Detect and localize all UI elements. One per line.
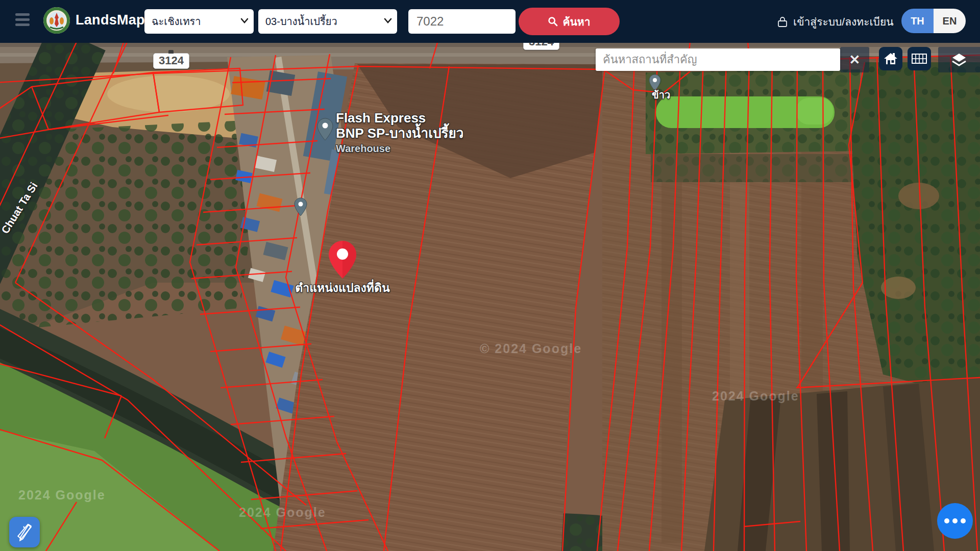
search-icon	[548, 16, 558, 27]
ellipsis-icon	[961, 518, 966, 523]
google-watermark: 2024 Google	[18, 488, 106, 503]
parcel-number-input[interactable]	[408, 9, 516, 34]
province-value: ฉะเชิงเทรา	[152, 13, 201, 30]
road-shield-3124: 3124	[153, 53, 189, 69]
road-shield-3124-clipped: 3124	[523, 43, 559, 50]
google-watermark: 2024 Google	[712, 389, 799, 404]
ellipsis-icon	[944, 518, 949, 523]
layers-icon	[951, 53, 967, 66]
more-options-button[interactable]	[937, 503, 973, 539]
search-button-label: ค้นหา	[562, 13, 590, 30]
place-search-input[interactable]	[596, 48, 840, 71]
rice-label: ข้าว	[652, 87, 670, 103]
poi-warehouse-line1: Flash Express	[336, 110, 463, 126]
close-icon: ✕	[849, 52, 861, 68]
lock-icon	[777, 16, 788, 28]
lang-en-button[interactable]: EN	[934, 9, 966, 33]
poi-warehouse-line2: BNP SP-บางน้ำเปรี้ยว	[336, 126, 463, 141]
cadastral-grid-button[interactable]	[908, 47, 931, 70]
satellite-imagery	[0, 43, 980, 551]
lang-th-button[interactable]: TH	[901, 9, 934, 33]
language-toggle: TH EN	[901, 9, 966, 33]
parcel-marker-label: ตำแหน่งแปลงที่ดิน	[286, 279, 399, 297]
ruler-pencil-icon	[15, 523, 34, 541]
province-select[interactable]: ฉะเชิงเทรา	[144, 9, 254, 34]
poi-warehouse-line3: Warehouse	[336, 141, 463, 156]
login-register-link[interactable]: เข้าสู่ระบบ/ลงทะเบียน	[777, 13, 894, 30]
home-icon	[884, 52, 898, 65]
google-watermark: 2024 Google	[239, 505, 326, 520]
ellipsis-icon	[952, 518, 958, 523]
district-select[interactable]: 03-บางน้ำเปรี้ยว	[258, 9, 397, 34]
top-navbar: LandsMaps ฉะเชิงเทรา 03-บางน้ำเปรี้ยว ค้…	[0, 0, 980, 43]
measure-tools-button[interactable]	[9, 517, 40, 547]
app-title: LandsMaps	[76, 12, 153, 28]
home-extent-button[interactable]	[879, 47, 902, 70]
map-canvas[interactable]: 3124 3124 Chuat Ta Si Flash Express BNP …	[0, 43, 980, 551]
chevron-down-icon	[384, 18, 392, 24]
menu-icon[interactable]	[15, 13, 30, 29]
lands-department-logo	[43, 7, 70, 34]
search-button[interactable]: ค้นหา	[519, 8, 620, 35]
poi-warehouse-label: Flash Express BNP SP-บางน้ำเปรี้ยว Wareh…	[336, 110, 463, 156]
google-watermark: © 2024 Google	[480, 341, 582, 356]
grid-icon	[912, 54, 927, 64]
login-register-label: เข้าสู่ระบบ/ลงทะเบียน	[793, 13, 894, 30]
layers-button[interactable]	[938, 47, 980, 72]
chevron-down-icon	[240, 18, 249, 24]
place-search-close-button[interactable]: ✕	[840, 47, 869, 72]
district-value: 03-บางน้ำเปรี้ยว	[265, 13, 337, 30]
